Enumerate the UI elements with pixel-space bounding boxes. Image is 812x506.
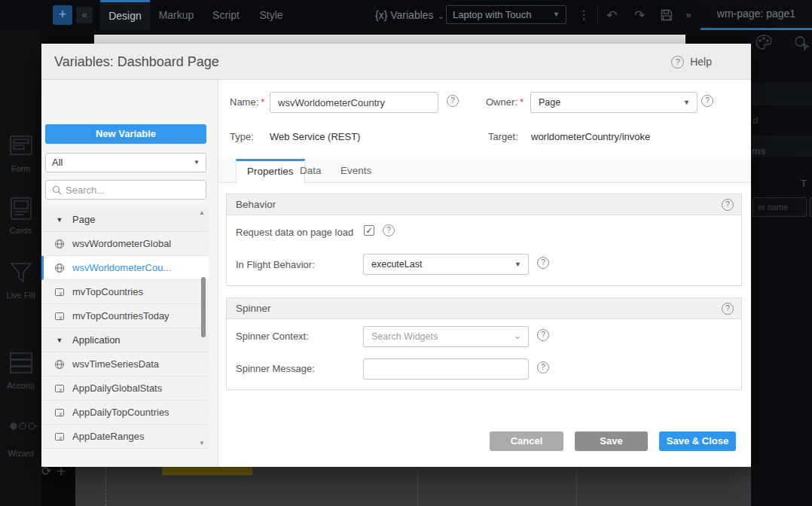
type-value: Web Service (REST) [270,131,360,142]
collapse-caret-icon: ▼ [54,215,65,225]
variable-row[interactable]: xmvTopCountries [41,280,209,304]
canvas-bottom-area: ⟳+ ▾ [41,467,812,506]
owner-select-value: Page [539,97,560,108]
redo-button[interactable]: ↷ [634,0,645,30]
behavior-section-header: Behavior ? [227,194,741,215]
help-icon[interactable]: ? [383,224,395,236]
canvas-top-strip [94,35,685,44]
wizard-icon [9,420,33,444]
variable-row[interactable]: xmvTopCountriesToday [41,304,209,328]
help-icon[interactable]: ? [701,95,713,107]
style-palette-icon [756,35,772,51]
scrollbar-thumb[interactable] [201,277,206,337]
model-variable-icon: x [54,287,65,297]
variable-list: ▼PagewsvWordometerGlobalwsvWorldometerCo… [41,208,209,449]
tab-properties[interactable]: Properties [236,159,305,184]
save-button[interactable]: Save [575,431,648,451]
type-label: Type: [230,131,254,142]
caret-down-icon: ▼ [194,154,200,172]
top-toolbar: + « Design Markup Script Style {x} Varia… [0,0,812,30]
svg-text:x: x [60,314,63,319]
variable-row[interactable]: wsvTimeSeriesData [41,352,209,376]
variable-group-row[interactable]: ▼Application [41,328,209,352]
device-preview-select[interactable]: Laptop with Touch ▼ [446,5,566,24]
chevron-right-double-icon: » [685,9,692,21]
variable-group-row[interactable]: ▼Page [41,208,209,232]
variable-row[interactable]: wsvWordometerGlobal [41,232,209,256]
help-icon[interactable]: ? [447,95,459,107]
palette-item-live-filt[interactable]: Live Filt [0,262,41,300]
collapse-caret-icon: ▼ [54,335,65,346]
spinner-context-label: Spinner Context: [236,331,309,342]
form-icon [9,136,33,160]
svg-text:x: x [60,434,63,440]
search-input[interactable] [66,181,201,199]
tab-data[interactable]: Data [300,159,322,183]
owner-select[interactable]: Page ▼ [530,92,698,113]
webservice-icon [54,359,65,370]
inflight-select-value: executeLast [371,259,422,270]
chevron-down-icon: ⌄ [438,11,444,20]
panel-text-fragment: ms [752,145,766,157]
tab-design[interactable]: Design [100,0,150,30]
variable-label: mvTopCountries [72,286,143,297]
svg-text:x: x [60,410,63,416]
palette-item-wizard[interactable]: Wizard [0,420,41,458]
save-and-close-button[interactable]: Save & Close [659,431,736,451]
variable-label: wsvWorldometerCou... [72,262,171,273]
webservice-icon [54,263,65,273]
plus-icon: + [59,7,67,22]
add-page-button[interactable]: + [53,5,72,25]
variable-search [45,180,206,200]
help-icon[interactable]: ? [537,257,549,269]
variable-row[interactable]: wsvWorldometerCou... [41,256,209,280]
spinner-message-input[interactable] [363,358,529,380]
check-icon: ✓ [365,226,372,235]
canvas-selected-widget [162,467,252,475]
help-link[interactable]: ?Help [671,44,712,80]
inspect-cursor-icon [793,35,810,51]
help-icon[interactable]: ? [722,303,734,315]
tab-style[interactable]: Style [249,0,293,30]
card-icon [9,197,33,221]
palette-item-form[interactable]: Form [0,136,41,173]
floppy-save-icon [660,10,673,25]
undo-button[interactable]: ↶ [606,0,617,30]
tab-events[interactable]: Events [340,159,371,183]
scroll-down-icon[interactable]: ▼ [199,440,205,447]
scroll-up-icon[interactable]: ▲ [199,209,205,216]
variable-row[interactable]: xAppDailyGlobalStats [41,376,209,401]
model-variable-icon: x [54,383,65,394]
inflight-behavior-select[interactable]: executeLast ▼ [363,254,529,275]
tab-script[interactable]: Script [203,0,249,30]
canvas-divider [417,467,418,506]
svg-text:x: x [60,386,63,392]
spinner-context-select[interactable]: Search Widgets ⌄ [363,326,529,347]
caret-down-icon: ▼ [514,255,521,274]
properties-panel: d ms T er name [751,30,812,506]
variable-name-input[interactable] [270,92,438,113]
palette-item-accordi[interactable]: Accordi [0,352,41,390]
variable-row[interactable]: xAppDateRanges [41,425,209,449]
help-icon[interactable]: ? [537,361,549,373]
variable-row[interactable]: xAppDailyTopCountries [41,401,209,425]
help-icon[interactable]: ? [537,329,549,341]
save-project-button[interactable] [660,8,673,25]
collapse-panel-button[interactable]: « [76,7,93,23]
more-options-button[interactable]: ⋮ [578,0,590,30]
page-tab-wm-page[interactable]: wm-page: page1 [701,0,812,30]
spinner-title: Spinner [236,298,271,319]
request-on-load-checkbox[interactable]: ✓ [364,225,374,236]
expand-toolbar-button[interactable]: » [685,0,692,30]
tab-markup[interactable]: Markup [150,0,203,30]
variables-menu-button[interactable]: {x} Variables⌄ [375,0,444,30]
variable-filter-select[interactable]: All ▼ [45,153,206,172]
help-icon[interactable]: ? [722,199,734,211]
caret-down-icon: ▼ [683,93,690,112]
kebab-icon: ⋮ [578,8,590,21]
new-variable-button[interactable]: New Variable [45,124,206,144]
palette-item-cards[interactable]: Cards [0,197,41,235]
cancel-button[interactable]: Cancel [490,431,563,451]
variables-sidebar: New Variable All ▼ ▼PagewsvWordometerGlo… [41,80,218,467]
panel-text-fragment: T [801,178,807,189]
